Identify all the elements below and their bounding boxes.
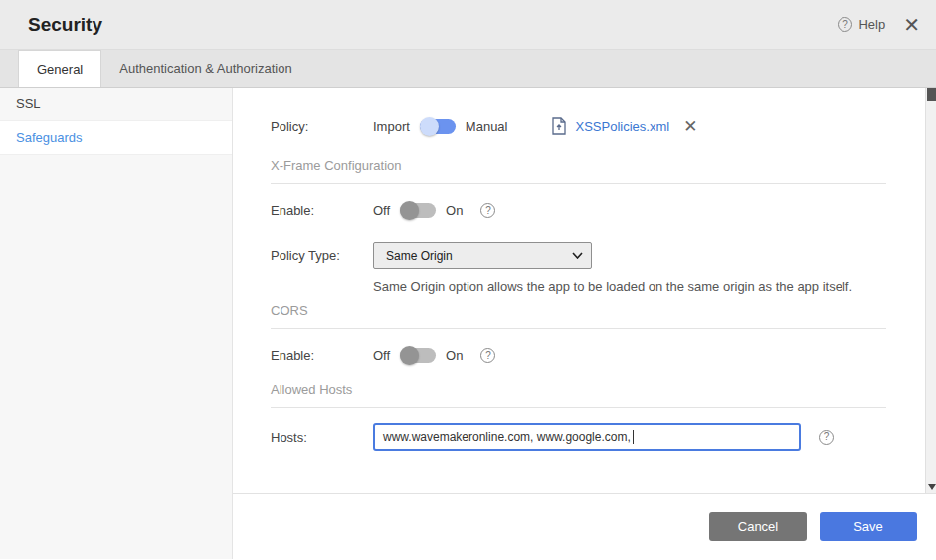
xframe-on-label: On (446, 203, 463, 218)
tab-general[interactable]: General (18, 50, 101, 87)
toggle-knob (400, 201, 419, 220)
dialog-body: SSL Safeguards Policy: Import Manual (0, 88, 936, 559)
hosts-input-value: www.wavemakeronline.com, www.google.com, (383, 430, 631, 444)
cors-enable-label: Enable: (271, 348, 373, 363)
import-file-icon (551, 117, 567, 135)
sidebar-item-ssl[interactable]: SSL (0, 88, 232, 121)
section-divider (271, 183, 886, 184)
text-caret (633, 430, 634, 444)
policy-type-label: Policy Type: (271, 248, 373, 263)
scroll-down-arrow-icon[interactable] (928, 484, 936, 490)
hosts-row: Hosts: www.wavemakeronline.com, www.goog… (271, 423, 886, 451)
sidebar: SSL Safeguards (0, 88, 233, 559)
main-panel: Policy: Import Manual XSSPolicies.xml ✕ (233, 88, 936, 559)
policy-file-link[interactable]: XSSPolicies.xml (575, 119, 669, 134)
tab-bar: General Authentication & Authorization (0, 50, 936, 88)
save-button[interactable]: Save (820, 512, 917, 541)
vertical-scrollbar[interactable] (925, 88, 936, 494)
close-icon[interactable]: ✕ (903, 15, 920, 35)
section-divider (271, 407, 886, 408)
policy-file-chip: XSSPolicies.xml ✕ (551, 117, 697, 135)
cors-on-label: On (446, 348, 463, 363)
hosts-help-icon[interactable]: ? (819, 430, 834, 445)
settings-scroll-area: Policy: Import Manual XSSPolicies.xml ✕ (233, 88, 936, 494)
header-actions: ? Help ✕ (838, 15, 920, 35)
header: Security ? Help ✕ (0, 0, 936, 50)
hosts-label: Hosts: (271, 430, 373, 445)
remove-file-icon[interactable]: ✕ (683, 118, 697, 135)
page-title: Security (28, 14, 102, 36)
section-title-cors: CORS (271, 303, 308, 318)
security-dialog: Security ? Help ✕ General Authentication… (0, 0, 936, 560)
policy-type-value: Same Origin (386, 249, 453, 263)
chevron-down-icon (572, 252, 583, 259)
policy-import-manual-toggle[interactable] (420, 119, 456, 134)
scrollbar-thumb[interactable] (927, 88, 936, 101)
help-icon: ? (838, 17, 852, 32)
section-title-allowed-hosts: Allowed Hosts (271, 382, 352, 397)
policy-row: Policy: Import Manual XSSPolicies.xml ✕ (271, 117, 886, 135)
toggle-knob (420, 117, 439, 136)
xframe-off-label: Off (373, 203, 390, 218)
xframe-enable-label: Enable: (271, 203, 373, 218)
cors-off-label: Off (373, 348, 390, 363)
cors-enable-toggle[interactable] (400, 348, 436, 363)
cors-enable-row: Enable: Off On ? (271, 348, 886, 363)
cancel-button[interactable]: Cancel (709, 512, 807, 541)
xframe-enable-toggle[interactable] (400, 203, 436, 218)
policy-label: Policy: (271, 119, 373, 134)
sidebar-item-safeguards[interactable]: Safeguards (0, 121, 232, 155)
cors-enable-help-icon[interactable]: ? (480, 348, 495, 363)
policy-type-row: Policy Type: Same Origin (271, 242, 886, 269)
xframe-enable-row: Enable: Off On ? (271, 203, 886, 218)
policy-import-label: Import (373, 119, 410, 134)
policy-manual-label: Manual (466, 119, 508, 134)
section-divider (271, 328, 886, 329)
policy-type-select[interactable]: Same Origin (373, 242, 592, 269)
help-label: Help (858, 17, 885, 32)
dialog-footer: Cancel Save (233, 494, 936, 558)
section-title-xframe: X-Frame Configuration (271, 158, 402, 173)
toggle-knob (400, 346, 419, 365)
tab-authentication-authorization[interactable]: Authentication & Authorization (101, 50, 309, 87)
xframe-enable-help-icon[interactable]: ? (480, 203, 495, 218)
policy-type-helper-text: Same Origin option allows the app to be … (373, 280, 852, 294)
hosts-input[interactable]: www.wavemakeronline.com, www.google.com, (373, 423, 801, 451)
help-button[interactable]: ? Help (838, 17, 885, 32)
